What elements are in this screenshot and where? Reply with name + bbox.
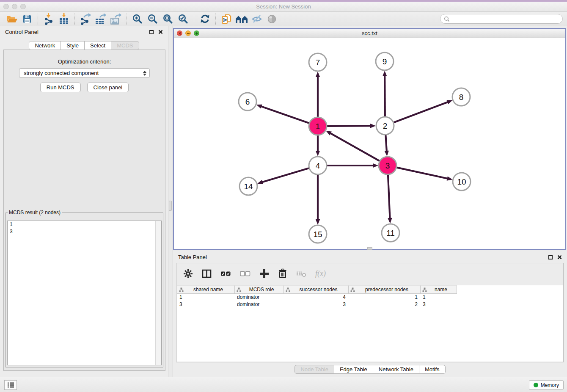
minimize-network-button[interactable] [185, 30, 191, 36]
open-session-button[interactable] [4, 13, 19, 25]
tab-node-table[interactable]: Node Table [295, 365, 334, 374]
export-network-button[interactable] [78, 13, 93, 25]
memory-status-icon [534, 383, 538, 387]
mcds-result-box: MCDS result (2 nodes) 1 3 [6, 210, 163, 367]
export-table-button[interactable] [93, 13, 108, 25]
result-scrollbar[interactable] [155, 221, 161, 365]
table-cell[interactable]: 3 [284, 301, 348, 308]
import-network-button[interactable] [41, 13, 56, 25]
tab-motifs[interactable]: Motifs [419, 365, 446, 374]
panel-divider[interactable] [168, 26, 173, 377]
export-image-button[interactable] [108, 13, 124, 25]
deselect-all-icon[interactable] [240, 269, 250, 278]
edge-1-2[interactable] [327, 126, 371, 126]
zoom-in-icon [132, 14, 143, 25]
import-table-button[interactable] [56, 13, 72, 25]
column-header-name[interactable]: name [421, 285, 457, 294]
tab-edge-table[interactable]: Edge Table [334, 365, 373, 374]
table-cell[interactable]: 4 [284, 294, 348, 301]
delete-icon[interactable] [278, 268, 287, 279]
edge-arrowhead [316, 72, 320, 77]
toolbar-separator [194, 14, 194, 25]
zoom-out-button[interactable] [145, 13, 160, 25]
search-input[interactable] [440, 14, 563, 24]
table-cell[interactable]: dominator [234, 294, 284, 301]
criterion-value: strongly connected component [24, 70, 99, 76]
column-header-label: MCDS role [241, 287, 282, 293]
float-panel-icon[interactable] [149, 30, 154, 34]
task-history-button[interactable] [4, 380, 17, 390]
column-header-MCDS-role[interactable]: MCDS role [235, 285, 284, 294]
edge-2-8[interactable] [394, 102, 449, 123]
main-toolbar [0, 12, 567, 26]
first-neighbors-button[interactable] [234, 13, 249, 25]
run-mcds-button[interactable]: Run MCDS [40, 83, 81, 92]
refresh-icon [200, 14, 210, 24]
save-session-button[interactable] [19, 13, 35, 25]
maximize-window-button[interactable] [20, 4, 26, 9]
minimize-window-button[interactable] [12, 4, 17, 9]
edge-arrowhead [383, 71, 387, 76]
column-header-successor-nodes[interactable]: successor nodes [284, 285, 349, 294]
zoom-fit-button[interactable] [160, 13, 176, 25]
table-header-row: shared nameMCDS rolesuccessor nodesprede… [177, 285, 457, 294]
tab-network[interactable]: Network [29, 41, 61, 50]
edge-2-9[interactable] [385, 75, 385, 116]
edge-3-10[interactable] [396, 168, 448, 179]
network-canvas[interactable]: 7961284314101511 [174, 38, 565, 249]
export-table-icon [95, 13, 107, 25]
level-of-detail-button[interactable] [264, 13, 280, 25]
gear-icon[interactable] [183, 269, 193, 279]
table-cell[interactable]: 3 [177, 301, 234, 308]
table-panel: Table Panel [173, 251, 567, 377]
table-cell[interactable]: 3 [420, 301, 457, 308]
table-toolbar: f(x) [176, 263, 563, 284]
zoom-network-button[interactable] [194, 30, 199, 36]
edge-4-14[interactable] [262, 168, 309, 182]
close-panel-button[interactable]: Close panel [87, 83, 129, 92]
mcds-result-area[interactable]: 1 3 [7, 221, 162, 365]
float-panel-icon[interactable] [548, 255, 553, 259]
memory-button[interactable]: Memory [529, 380, 564, 390]
table-row[interactable]: 1dominator411 [177, 294, 563, 301]
table-cell[interactable]: 1 [177, 294, 234, 301]
edge-2-3[interactable] [385, 135, 386, 152]
table-cell[interactable]: 1 [348, 294, 420, 301]
divider-handle[interactable] [169, 201, 172, 211]
close-window-button[interactable] [3, 4, 9, 9]
column-header-predecessor-nodes[interactable]: predecessor nodes [349, 285, 421, 294]
edge-arrowhead [316, 151, 320, 156]
network-from-file-button[interactable] [219, 13, 234, 25]
table-cell[interactable]: 1 [420, 294, 457, 301]
columns-icon[interactable] [202, 269, 212, 278]
zoom-selected-icon [178, 14, 189, 25]
tab-network-table[interactable]: Network Table [373, 365, 419, 374]
network-resize-handle[interactable] [367, 247, 372, 250]
close-panel-icon[interactable] [158, 30, 163, 34]
status-bar: Memory [0, 377, 567, 392]
tab-style[interactable]: Style [61, 41, 85, 50]
result-line: 3 [10, 228, 161, 235]
table-cell[interactable]: 2 [348, 301, 420, 308]
close-network-button[interactable] [177, 30, 182, 36]
refresh-button[interactable] [197, 13, 212, 25]
select-all-icon[interactable] [220, 269, 231, 278]
edge-3-1[interactable] [330, 133, 380, 161]
network-window-titlebar[interactable]: scc.txt [174, 29, 565, 38]
close-panel-icon[interactable] [557, 255, 562, 259]
delete-column-icon [296, 270, 306, 277]
zoom-selected-button[interactable] [176, 13, 191, 25]
save-icon [22, 14, 32, 24]
import-network-icon [43, 13, 55, 25]
edge-3-11[interactable] [388, 175, 390, 219]
table-row[interactable]: 3dominator323 [177, 301, 563, 308]
hide-graphics-details-button[interactable] [249, 13, 264, 25]
tab-mcds[interactable]: MCDS [111, 41, 139, 50]
edge-1-6[interactable] [261, 106, 309, 123]
zoom-in-button[interactable] [130, 13, 145, 25]
add-icon[interactable] [259, 269, 269, 279]
table-cell[interactable]: dominator [234, 301, 284, 308]
tab-select[interactable]: Select [84, 41, 111, 50]
criterion-dropdown[interactable]: strongly connected component [19, 68, 150, 78]
column-header-shared-name[interactable]: shared name [177, 285, 235, 294]
